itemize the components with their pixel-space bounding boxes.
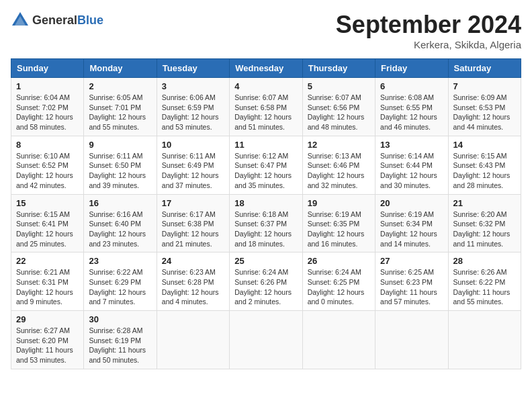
- day-info: Sunrise: 6:08 AMSunset: 6:55 PMDaylight:…: [380, 93, 437, 131]
- day-info: Sunrise: 6:11 AMSunset: 6:50 PMDaylight:…: [89, 152, 146, 189]
- calendar-day-cell: 4 Sunrise: 6:07 AMSunset: 6:58 PMDayligh…: [230, 78, 302, 136]
- day-info: Sunrise: 6:13 AMSunset: 6:46 PMDaylight:…: [308, 152, 365, 189]
- day-number: 12: [308, 140, 370, 150]
- day-number: 18: [234, 198, 297, 208]
- day-info: Sunrise: 6:12 AMSunset: 6:47 PMDaylight:…: [234, 152, 292, 189]
- day-info: Sunrise: 6:05 AMSunset: 7:01 PMDaylight:…: [89, 93, 146, 131]
- page-header: GeneralBlue September 2024 Kerkera, Skik…: [11, 11, 521, 50]
- calendar-day-cell: 7 Sunrise: 6:09 AMSunset: 6:53 PMDayligh…: [448, 78, 521, 136]
- calendar-location: Kerkera, Skikda, Algeria: [336, 39, 521, 50]
- day-info: Sunrise: 6:18 AMSunset: 6:37 PMDaylight:…: [234, 210, 292, 248]
- day-number: 7: [453, 81, 516, 91]
- day-info: Sunrise: 6:24 AMSunset: 6:25 PMDaylight:…: [308, 268, 365, 306]
- calendar-day-cell: 2 Sunrise: 6:05 AMSunset: 7:01 PMDayligh…: [84, 78, 157, 136]
- calendar-day-cell: 30 Sunrise: 6:28 AMSunset: 6:19 PMDaylig…: [84, 311, 157, 369]
- day-number: 29: [16, 314, 79, 324]
- day-info: Sunrise: 6:19 AMSunset: 6:35 PMDaylight:…: [308, 210, 365, 248]
- day-number: 16: [89, 198, 151, 208]
- calendar-day-cell: 14 Sunrise: 6:15 AMSunset: 6:43 PMDaylig…: [448, 136, 521, 194]
- day-info: Sunrise: 6:14 AMSunset: 6:44 PMDaylight:…: [380, 152, 437, 189]
- day-number: 2: [89, 81, 151, 91]
- day-number: 22: [16, 256, 79, 266]
- calendar-day-cell: [448, 311, 521, 369]
- calendar-day-cell: 18 Sunrise: 6:18 AMSunset: 6:37 PMDaylig…: [230, 194, 302, 253]
- calendar-day-cell: 19 Sunrise: 6:19 AMSunset: 6:35 PMDaylig…: [302, 194, 375, 253]
- calendar-day-cell: [230, 311, 302, 369]
- day-number: 11: [234, 140, 297, 150]
- calendar-day-cell: 6 Sunrise: 6:08 AMSunset: 6:55 PMDayligh…: [375, 78, 448, 136]
- calendar-day-cell: 5 Sunrise: 6:07 AMSunset: 6:56 PMDayligh…: [302, 78, 375, 136]
- calendar-day-cell: [157, 311, 229, 369]
- column-header-tuesday: Tuesday: [157, 59, 229, 78]
- calendar-title: September 2024: [336, 11, 521, 39]
- day-number: 28: [453, 256, 516, 266]
- day-number: 25: [234, 256, 297, 266]
- day-number: 23: [89, 256, 151, 266]
- day-info: Sunrise: 6:20 AMSunset: 6:32 PMDaylight:…: [453, 210, 511, 248]
- day-number: 14: [453, 140, 516, 150]
- day-number: 1: [16, 81, 79, 91]
- day-number: 8: [16, 140, 79, 150]
- logo: GeneralBlue: [11, 11, 103, 30]
- calendar-day-cell: 3 Sunrise: 6:06 AMSunset: 6:59 PMDayligh…: [157, 78, 229, 136]
- day-info: Sunrise: 6:17 AMSunset: 6:38 PMDaylight:…: [162, 210, 219, 248]
- title-block: September 2024 Kerkera, Skikda, Algeria: [336, 11, 521, 50]
- day-info: Sunrise: 6:26 AMSunset: 6:22 PMDaylight:…: [453, 268, 511, 306]
- calendar-day-cell: 20 Sunrise: 6:19 AMSunset: 6:34 PMDaylig…: [375, 194, 448, 253]
- logo-icon: [11, 11, 30, 30]
- day-info: Sunrise: 6:23 AMSunset: 6:28 PMDaylight:…: [162, 268, 219, 306]
- calendar-day-cell: 10 Sunrise: 6:11 AMSunset: 6:49 PMDaylig…: [157, 136, 229, 194]
- calendar-day-cell: 16 Sunrise: 6:16 AMSunset: 6:40 PMDaylig…: [84, 194, 157, 253]
- day-number: 26: [308, 256, 370, 266]
- calendar-day-cell: 8 Sunrise: 6:10 AMSunset: 6:52 PMDayligh…: [11, 136, 84, 194]
- day-info: Sunrise: 6:22 AMSunset: 6:29 PMDaylight:…: [89, 268, 146, 306]
- column-header-friday: Friday: [375, 59, 448, 78]
- column-header-thursday: Thursday: [302, 59, 375, 78]
- calendar-week-row: 29 Sunrise: 6:27 AMSunset: 6:20 PMDaylig…: [11, 311, 521, 369]
- day-number: 10: [162, 140, 224, 150]
- day-info: Sunrise: 6:27 AMSunset: 6:20 PMDaylight:…: [16, 326, 73, 364]
- day-info: Sunrise: 6:24 AMSunset: 6:26 PMDaylight:…: [234, 268, 292, 306]
- day-number: 21: [453, 198, 516, 208]
- calendar-day-cell: 9 Sunrise: 6:11 AMSunset: 6:50 PMDayligh…: [84, 136, 157, 194]
- day-info: Sunrise: 6:28 AMSunset: 6:19 PMDaylight:…: [89, 326, 146, 364]
- day-number: 19: [308, 198, 370, 208]
- day-info: Sunrise: 6:25 AMSunset: 6:23 PMDaylight:…: [380, 268, 437, 306]
- day-info: Sunrise: 6:19 AMSunset: 6:34 PMDaylight:…: [380, 210, 437, 248]
- day-info: Sunrise: 6:11 AMSunset: 6:49 PMDaylight:…: [162, 152, 219, 189]
- day-number: 13: [380, 140, 443, 150]
- day-number: 30: [89, 314, 151, 324]
- calendar-week-row: 1 Sunrise: 6:04 AMSunset: 7:02 PMDayligh…: [11, 78, 521, 136]
- day-info: Sunrise: 6:07 AMSunset: 6:56 PMDaylight:…: [308, 93, 365, 131]
- calendar-day-cell: 12 Sunrise: 6:13 AMSunset: 6:46 PMDaylig…: [302, 136, 375, 194]
- calendar-day-cell: 22 Sunrise: 6:21 AMSunset: 6:31 PMDaylig…: [11, 253, 84, 311]
- calendar-day-cell: [375, 311, 448, 369]
- day-number: 3: [162, 81, 224, 91]
- calendar-day-cell: 1 Sunrise: 6:04 AMSunset: 7:02 PMDayligh…: [11, 78, 84, 136]
- column-header-monday: Monday: [84, 59, 157, 78]
- day-number: 20: [380, 198, 443, 208]
- calendar-day-cell: 25 Sunrise: 6:24 AMSunset: 6:26 PMDaylig…: [230, 253, 302, 311]
- day-number: 24: [162, 256, 224, 266]
- day-info: Sunrise: 6:16 AMSunset: 6:40 PMDaylight:…: [89, 210, 146, 248]
- day-info: Sunrise: 6:07 AMSunset: 6:58 PMDaylight:…: [234, 93, 292, 131]
- day-info: Sunrise: 6:15 AMSunset: 6:41 PMDaylight:…: [16, 210, 73, 248]
- column-header-wednesday: Wednesday: [230, 59, 302, 78]
- calendar-week-row: 22 Sunrise: 6:21 AMSunset: 6:31 PMDaylig…: [11, 253, 521, 311]
- calendar-header-row: SundayMondayTuesdayWednesdayThursdayFrid…: [11, 59, 521, 78]
- calendar-day-cell: 26 Sunrise: 6:24 AMSunset: 6:25 PMDaylig…: [302, 253, 375, 311]
- day-number: 5: [308, 81, 370, 91]
- day-info: Sunrise: 6:21 AMSunset: 6:31 PMDaylight:…: [16, 268, 73, 306]
- day-number: 27: [380, 256, 443, 266]
- day-number: 17: [162, 198, 224, 208]
- calendar-week-row: 8 Sunrise: 6:10 AMSunset: 6:52 PMDayligh…: [11, 136, 521, 194]
- calendar-table: SundayMondayTuesdayWednesdayThursdayFrid…: [11, 58, 521, 369]
- day-number: 15: [16, 198, 79, 208]
- calendar-day-cell: 15 Sunrise: 6:15 AMSunset: 6:41 PMDaylig…: [11, 194, 84, 253]
- day-info: Sunrise: 6:04 AMSunset: 7:02 PMDaylight:…: [16, 93, 73, 131]
- calendar-day-cell: 28 Sunrise: 6:26 AMSunset: 6:22 PMDaylig…: [448, 253, 521, 311]
- day-number: 6: [380, 81, 443, 91]
- day-info: Sunrise: 6:15 AMSunset: 6:43 PMDaylight:…: [453, 152, 511, 189]
- logo-text: GeneralBlue: [32, 13, 103, 28]
- calendar-day-cell: 13 Sunrise: 6:14 AMSunset: 6:44 PMDaylig…: [375, 136, 448, 194]
